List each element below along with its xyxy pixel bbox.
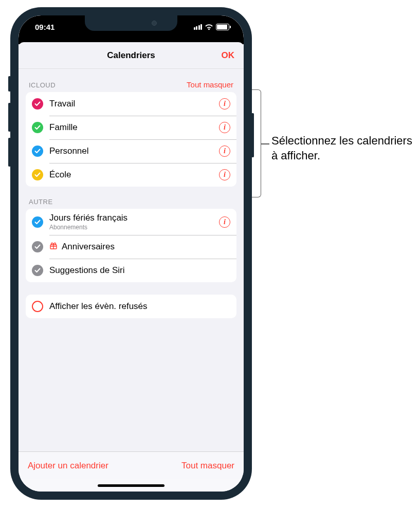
calendars-sheet: Calendriers OK ICLOUD Tout masquer Trava… [19,42,244,492]
checkmark-icon[interactable] [32,169,43,180]
sheet-title: Calendriers [107,50,155,61]
declined-list: Afficher les évèn. refusés [26,295,236,318]
calendar-label: École [49,170,213,180]
show-declined-row[interactable]: Afficher les évèn. refusés [26,295,236,318]
calendar-row-personnel[interactable]: Personnel i [26,139,236,163]
checkmark-icon[interactable] [32,122,43,133]
info-icon[interactable]: i [219,122,230,133]
ok-button[interactable]: OK [222,50,235,61]
calendar-label: Travail [49,99,213,109]
cellular-icon [194,24,203,30]
checkmark-icon[interactable] [32,241,43,252]
calendar-row-holidays[interactable]: Jours fériés français Abonnements i [26,209,236,235]
calendar-label: Suggestions de Siri [49,265,230,276]
section-title-autre: AUTRE [29,198,53,206]
calendar-label: Anniversaires [62,242,115,252]
add-calendar-button[interactable]: Ajouter un calendrier [28,461,108,471]
calendar-row-ecole[interactable]: École i [26,163,236,187]
notch [85,15,177,31]
gift-icon [49,242,58,252]
status-time: 09:41 [35,23,54,31]
autre-list: Jours fériés français Abonnements i [26,209,236,282]
calendar-sublabel: Abonnements [49,224,213,231]
battery-icon [216,24,229,30]
calendar-label: Personnel [49,146,213,156]
calendar-row-siri[interactable]: Suggestions de Siri [26,259,236,282]
sheet-header: Calendriers OK [19,42,244,69]
icloud-list: Travail i Famille i Person [26,92,236,187]
info-icon[interactable]: i [219,146,230,157]
calendar-label: Jours fériés français [49,213,213,223]
info-icon[interactable]: i [219,169,230,180]
info-icon[interactable]: i [219,216,230,228]
unchecked-circle-icon[interactable] [32,301,43,312]
info-icon[interactable]: i [219,98,230,110]
calendar-row-travail[interactable]: Travail i [26,92,236,116]
section-header-icloud: ICLOUD Tout masquer [26,69,236,92]
home-indicator[interactable] [19,479,244,492]
checkmark-icon[interactable] [32,216,43,228]
checkmark-icon[interactable] [32,98,43,110]
declined-label: Afficher les évèn. refusés [49,301,230,312]
checkmark-icon[interactable] [32,146,43,157]
calendar-row-famille[interactable]: Famille i [26,116,236,139]
wifi-icon [205,24,213,30]
phone-frame: 09:41 Calendriers OK ICLOUD Tout masquer [10,7,252,500]
callout-text: Sélectionnez les calendriers à afficher. [271,134,412,163]
checkmark-icon[interactable] [32,265,43,276]
phone-screen: 09:41 Calendriers OK ICLOUD Tout masquer [19,15,244,492]
section-header-autre: AUTRE [26,187,236,209]
section-title-icloud: ICLOUD [29,81,56,89]
bottom-toolbar: Ajouter un calendrier Tout masquer [19,451,244,479]
calendar-row-birthdays[interactable]: Anniversaires [26,235,236,259]
hide-all-icloud-button[interactable]: Tout masquer [187,80,233,89]
calendar-label: Famille [49,122,213,133]
hide-all-button[interactable]: Tout masquer [181,461,234,471]
